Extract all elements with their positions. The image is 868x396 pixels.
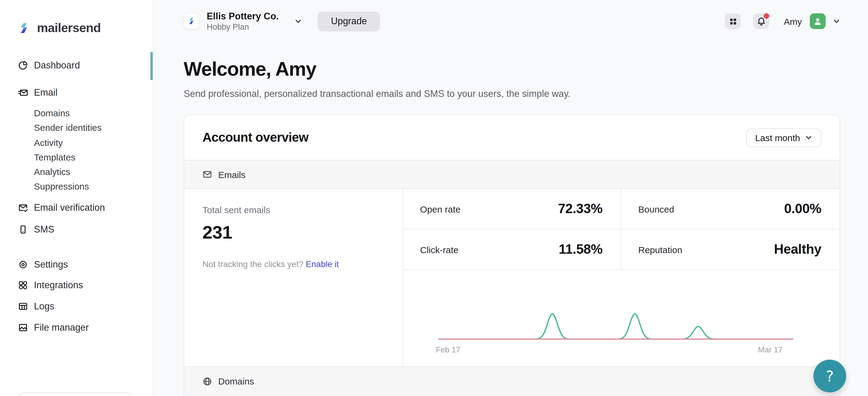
enable-tracking-link[interactable]: Enable it [306,259,339,269]
workspace-plan: Hobby Plan [207,23,279,32]
person-icon [812,16,823,27]
domains-section-header: Domains [184,366,839,395]
sparkline-svg [438,300,794,341]
user-menu[interactable]: Amy [784,13,840,29]
page-subtitle: Send professional, personalized transact… [184,89,840,99]
emails-section-label: Emails [218,169,246,179]
sparkline [438,300,794,341]
x-axis-end-label: Mar 17 [758,345,782,354]
app: mailersend Dashboard Email [0,0,868,396]
sidebar-item-integrations[interactable]: Integrations [0,278,153,293]
integrations-icon [18,280,28,290]
card-header: Account overview Last month [184,115,839,160]
sidebar-item-label: Email [34,87,58,98]
notification-badge [763,12,770,20]
question-mark-icon: ? [826,367,834,385]
sidebar-item-analytics[interactable]: Analytics [0,164,153,178]
help-button[interactable]: ? [813,360,846,392]
grid-icon [728,16,737,26]
total-sent-value: 231 [203,222,384,243]
active-nav-indicator [150,52,153,80]
logo[interactable]: mailersend [18,21,101,35]
pie-chart-icon [18,61,28,70]
table-icon [18,301,28,311]
domains-section-label: Domains [218,376,254,386]
total-sent-label: Total sent emails [203,205,384,215]
content: Welcome, Amy Send professional, personal… [153,58,868,395]
chevron-down-icon [805,134,812,141]
notifications-button[interactable] [753,13,769,29]
stats-grid: Open rate 72.33% Bounced 0.00% Click-rat… [403,189,839,270]
stat-click-rate: Click-rate 11.58% [403,230,621,270]
smartphone-icon [18,225,28,234]
chart-x-labels: Feb 17 Mar 17 [436,345,782,354]
sidebar-item-sms[interactable]: SMS [0,222,153,237]
sidebar-item-dashboard[interactable]: Dashboard [0,58,153,73]
stat-open-rate: Open rate 72.33% [403,189,621,230]
emails-overview-body: Total sent emails 231 Not tracking the c… [184,189,839,366]
email-send-icon [18,88,28,98]
sparkline-green-path [438,314,794,339]
sidebar-item-activity[interactable]: Activity [0,135,153,150]
email-check-icon [18,203,28,212]
user-name: Amy [784,16,802,26]
avatar [810,13,826,29]
total-sent-block: Total sent emails 231 Not tracking the c… [184,189,403,366]
sidebar-item-suppressions[interactable]: Suppressions [0,178,153,193]
period-label: Last month [755,132,800,142]
sidebar: mailersend Dashboard Email [0,0,153,396]
sidebar-item-label: Dashboard [34,60,80,71]
emails-sparkline-chart: Feb 17 Mar 17 [403,270,839,366]
workspace-selector[interactable]: Ellis Pottery Co. Hobby Plan [184,11,302,32]
emails-section-header: Emails [184,160,839,189]
sidebar-item-email-verification[interactable]: Email verification [0,200,153,215]
sidebar-item-email[interactable]: Email [0,86,153,100]
workspace-icon [184,13,199,29]
sidebar-item-settings[interactable]: Settings [0,257,153,272]
globe-icon [203,376,212,386]
chevron-down-icon [833,18,840,25]
sidebar-item-file-manager[interactable]: File manager [0,320,153,335]
sidebar-item-templates[interactable]: Templates [0,150,153,164]
viewport: mailersend Dashboard Email [0,0,868,396]
sidebar-item-sender-identities[interactable]: Sender identities [0,120,153,134]
stat-bounced: Bounced 0.00% [621,189,839,230]
gear-icon [18,260,28,269]
mailersend-logo-icon [18,21,32,35]
apps-button[interactable] [725,13,741,29]
click-tracking-note: Not tracking the clicks yet? Enable it [203,259,384,269]
logo-text: mailersend [37,21,101,35]
workspace-name: Ellis Pottery Co. [207,11,279,21]
topbar-right: Amy [725,13,840,29]
x-axis-start-label: Feb 17 [436,345,460,354]
sidebar-usage-widget[interactable] [18,392,132,396]
card-title: Account overview [203,130,309,145]
sidebar-item-domains[interactable]: Domains [0,105,153,120]
topbar: Ellis Pottery Co. Hobby Plan Upgrade [153,0,868,42]
stat-reputation: Reputation Healthy [621,230,839,270]
period-select[interactable]: Last month [746,128,821,147]
account-overview-card: Account overview Last month [184,114,840,395]
upgrade-button[interactable]: Upgrade [318,11,380,31]
envelope-icon [203,169,212,179]
main-area: Ellis Pottery Co. Hobby Plan Upgrade [153,0,868,396]
stats-and-chart: Open rate 72.33% Bounced 0.00% Click-rat… [403,189,839,366]
sidebar-item-logs[interactable]: Logs [0,299,153,314]
page-title: Welcome, Amy [184,58,840,80]
chevron-down-icon [294,18,302,25]
image-icon [18,323,28,332]
